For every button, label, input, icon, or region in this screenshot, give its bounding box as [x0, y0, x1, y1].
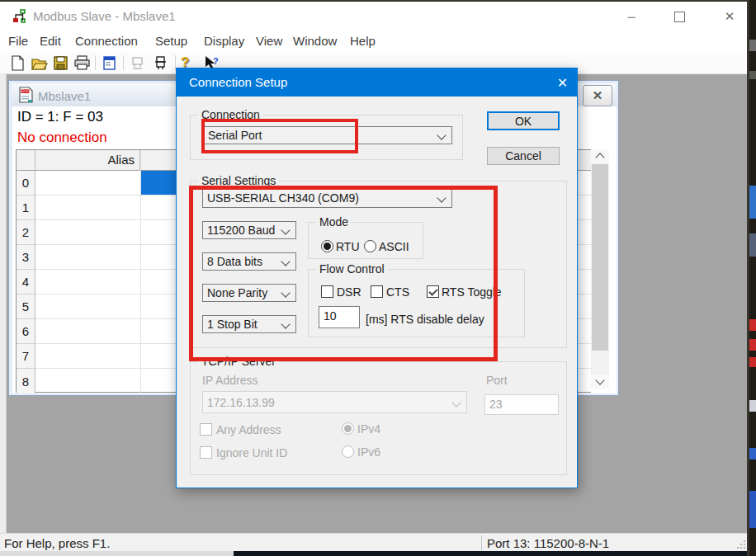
maximize-icon	[674, 12, 685, 22]
dialog-titlebar[interactable]: Connection Setup ✕	[177, 68, 577, 97]
row-header-3[interactable]: 3	[17, 245, 35, 270]
stop-bits-value: 1 Stop Bit	[207, 318, 258, 331]
rts-toggle-checkbox[interactable]	[427, 285, 439, 298]
tcpip-server-label: TCP/IP Server	[198, 355, 279, 368]
row-header-2[interactable]: 2	[17, 220, 35, 245]
ok-label: OK	[515, 115, 532, 128]
chevron-down-icon	[451, 398, 461, 407]
ip-address-label: IP Address	[202, 374, 258, 387]
rtu-radio[interactable]	[321, 240, 333, 252]
print-icon[interactable]	[73, 54, 91, 72]
chevron-down-icon	[437, 193, 446, 202]
port-input[interactable]: 23	[484, 394, 559, 415]
dialog-title: Connection Setup	[189, 75, 287, 89]
menu-file[interactable]: File	[8, 33, 28, 49]
row-header-8[interactable]: 8	[17, 369, 35, 393]
mode-group-label: Mode	[316, 215, 352, 229]
menu-view[interactable]: View	[256, 33, 282, 49]
grid-corner-cell	[17, 150, 35, 171]
row-header-6[interactable]: 6	[17, 319, 35, 344]
serial-port-combobox[interactable]: USB-SERIAL CH340 (COM9)	[202, 189, 452, 208]
serial-settings-label: Serial Settings	[198, 174, 279, 187]
parity-combobox[interactable]: None Parity	[202, 284, 296, 302]
row-header-1[interactable]: 1	[17, 196, 35, 220]
baud-combobox[interactable]: 115200 Baud	[202, 221, 296, 239]
dsr-checkbox[interactable]	[321, 285, 333, 298]
svg-text:?: ?	[213, 56, 219, 66]
new-icon[interactable]	[9, 54, 26, 72]
port-label: Port	[486, 374, 508, 387]
connection-setup-dialog: Connection Setup ✕ Connection Serial Por…	[176, 68, 578, 488]
no-connection-status: No connection	[17, 130, 107, 146]
status-help-text: For Help, press F1.	[4, 536, 110, 550]
menu-help[interactable]: Help	[350, 33, 376, 49]
serial-port-value: USB-SERIAL CH340 (COM9)	[207, 191, 359, 205]
chevron-down-icon	[281, 225, 290, 234]
ipv6-radio[interactable]	[342, 445, 354, 458]
row-header-4[interactable]: 4	[17, 270, 35, 294]
maximize-button[interactable]	[663, 5, 696, 28]
vertical-scrollbar[interactable]	[591, 149, 609, 389]
menu-window[interactable]: Window	[293, 33, 337, 49]
grid-alias-header[interactable]: Alias	[35, 150, 140, 171]
rts-toggle-label[interactable]: RTS Toggle	[442, 285, 502, 299]
ascii-label[interactable]: ASCII	[379, 240, 409, 253]
scrollbar-thumb[interactable]	[592, 164, 608, 351]
ok-button[interactable]: OK	[487, 111, 560, 130]
display-setup-icon[interactable]	[101, 54, 118, 72]
child-close-button[interactable]: ✕	[583, 85, 612, 106]
connection-type-combobox[interactable]: Serial Port	[203, 126, 452, 144]
open-icon[interactable]	[31, 54, 48, 72]
window-frame-left	[0, 74, 7, 533]
chevron-down-icon	[281, 319, 290, 328]
row-header-7[interactable]: 7	[17, 344, 35, 369]
ascii-radio[interactable]	[364, 240, 376, 252]
menu-setup[interactable]: Setup	[155, 33, 187, 49]
close-button[interactable]: ✕	[713, 5, 746, 28]
resize-grip[interactable]	[737, 540, 745, 549]
any-address-checkbox[interactable]	[200, 423, 212, 436]
menu-connection[interactable]: Connection	[75, 33, 138, 49]
menu-bar: File Edit Connection Setup Display View …	[0, 30, 747, 52]
row-header-5[interactable]: 5	[17, 294, 35, 319]
connect-icon[interactable]	[129, 54, 146, 72]
data-bits-value: 8 Data bits	[207, 255, 262, 268]
stop-bits-combobox[interactable]: 1 Stop Bit	[202, 315, 296, 333]
scroll-up-button[interactable]	[591, 149, 609, 163]
data-bits-combobox[interactable]: 8 Data bits	[202, 252, 296, 271]
minimize-icon: ─	[627, 11, 635, 23]
ip-address-combobox[interactable]: 172.16.13.99	[202, 391, 467, 413]
main-titlebar: Modbus Slave - Mbslave1 ─ ✕	[0, 2, 747, 30]
scroll-down-button[interactable]	[591, 375, 609, 389]
ipv4-radio[interactable]	[342, 422, 354, 435]
ignore-unit-id-checkbox[interactable]	[200, 446, 212, 459]
toolbar-separator	[123, 55, 124, 70]
cts-checkbox[interactable]	[371, 285, 383, 298]
any-address-label: Any Address	[216, 423, 281, 436]
screen: Modbus Slave - Mbslave1 ─ ✕ File Edit Co…	[0, 0, 756, 556]
minimize-button[interactable]: ─	[615, 5, 648, 28]
chevron-down-icon	[281, 288, 290, 297]
row-header-0[interactable]: 0	[17, 171, 35, 196]
menu-edit[interactable]: Edit	[40, 33, 61, 49]
poll-icon[interactable]	[152, 54, 169, 72]
close-icon: ✕	[725, 9, 735, 24]
save-icon[interactable]	[52, 54, 69, 72]
ipv6-label: IPv6	[357, 445, 380, 459]
cancel-button[interactable]: Cancel	[487, 147, 560, 165]
cts-label[interactable]: CTS	[386, 285, 409, 299]
window-title: Modbus Slave - Mbslave1	[33, 9, 176, 23]
rts-delay-input[interactable]: 10	[319, 306, 360, 328]
dialog-close-button[interactable]: ✕	[548, 68, 577, 97]
chevron-up-icon	[595, 153, 604, 162]
status-divider	[481, 535, 482, 550]
dsr-label[interactable]: DSR	[337, 285, 361, 299]
window-border-top	[0, 0, 749, 2]
app-icon	[11, 7, 29, 26]
status-port-text: Port 13: 115200-8-N-1	[487, 536, 609, 550]
background-window-strip	[234, 551, 747, 556]
rtu-label[interactable]: RTU	[336, 240, 360, 253]
toolbar-separator	[95, 55, 96, 70]
chevron-down-icon	[595, 375, 604, 384]
menu-display[interactable]: Display	[204, 33, 244, 49]
